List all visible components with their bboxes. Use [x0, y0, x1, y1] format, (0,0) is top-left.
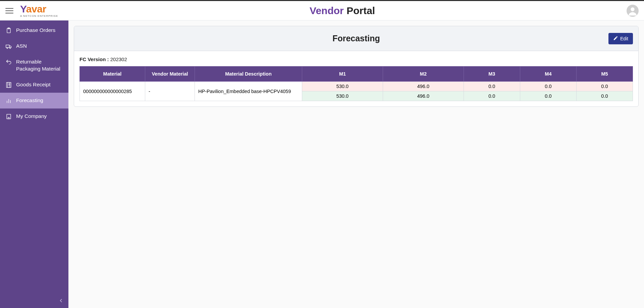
- column-header: M5: [576, 67, 633, 82]
- forecast-value-bot: 0.0: [577, 91, 633, 101]
- sidebar: Purchase OrdersASNReturnable Packaging M…: [0, 20, 68, 308]
- sidebar-item-label: Goods Receipt: [16, 81, 51, 88]
- sidebar-item-forecasting[interactable]: Forecasting: [0, 93, 68, 108]
- sidebar-item-returnable-packaging-material[interactable]: Returnable Packaging Material: [0, 54, 68, 77]
- cell-month: 530.0530.0: [302, 82, 383, 101]
- card-header: Forecasting Edit: [74, 26, 638, 51]
- fc-version-label: FC Version :: [79, 56, 109, 62]
- topbar: Yavar A NETCON ENTERPRISE Vendor Portal: [0, 1, 644, 20]
- column-header: M2: [383, 67, 464, 82]
- column-header: M4: [520, 67, 576, 82]
- svg-point-5: [7, 47, 8, 48]
- building-icon: [5, 113, 12, 120]
- cell-month: 0.00.0: [464, 82, 520, 101]
- app-title-1: Vendor: [310, 5, 344, 16]
- cell-month: 0.00.0: [576, 82, 633, 101]
- cell-month: 496.0496.0: [383, 82, 464, 101]
- cell-description: HP-Pavilion_Embedded base-HPCPV4059: [195, 82, 302, 101]
- column-header: M1: [302, 67, 383, 82]
- sidebar-item-purchase-orders[interactable]: Purchase Orders: [0, 23, 68, 38]
- forecast-table: MaterialVendor MaterialMaterial Descript…: [79, 66, 633, 101]
- svg-rect-19: [8, 117, 9, 119]
- forecast-value-top: 530.0: [302, 82, 383, 91]
- forecast-value-bot: 0.0: [520, 91, 576, 101]
- forecast-value-bot: 0.0: [464, 91, 520, 101]
- app-title: Vendor Portal: [310, 5, 375, 16]
- sidebar-collapse-icon[interactable]: [56, 296, 66, 305]
- cell-month: 0.00.0: [520, 82, 576, 101]
- clipboard-icon: [5, 27, 12, 34]
- hamburger-menu-icon[interactable]: [5, 7, 13, 15]
- main-content: Forecasting Edit FC Version : 202302 M: [68, 20, 644, 308]
- forecast-value-top: 0.0: [577, 82, 633, 91]
- edit-button[interactable]: Edit: [608, 33, 633, 44]
- fc-version: FC Version : 202302: [79, 56, 633, 62]
- column-header: Vendor Material: [145, 67, 195, 82]
- column-header: Material Description: [195, 67, 302, 82]
- svg-rect-14: [7, 114, 11, 119]
- sidebar-item-label: ASN: [16, 43, 27, 50]
- sidebar-item-label: Returnable Packaging Material: [16, 58, 63, 73]
- logo-part-2: avar: [26, 3, 46, 14]
- pencil-icon: [613, 36, 618, 42]
- edit-button-label: Edit: [620, 36, 628, 41]
- truck-icon: [5, 43, 12, 50]
- sidebar-item-asn[interactable]: ASN: [0, 38, 68, 54]
- app-title-2: Portal: [346, 5, 375, 16]
- forecast-value-top: 0.0: [464, 82, 520, 91]
- column-header: Material: [80, 67, 145, 82]
- sidebar-item-my-company[interactable]: My Company: [0, 108, 68, 124]
- sidebar-item-label: Purchase Orders: [16, 27, 55, 34]
- sidebar-item-label: My Company: [16, 113, 47, 120]
- forecast-value-top: 0.0: [520, 82, 576, 91]
- cell-material: 000000000000000285: [80, 82, 145, 101]
- fc-version-value: 202302: [110, 56, 127, 62]
- return-icon: [5, 59, 12, 65]
- sidebar-item-goods-receipt[interactable]: Goods Receipt: [0, 77, 68, 93]
- svg-rect-4: [6, 45, 9, 48]
- logo-subtitle: A NETCON ENTERPRISE: [20, 14, 58, 17]
- user-avatar-icon[interactable]: [627, 5, 639, 17]
- svg-point-6: [10, 47, 11, 48]
- column-header: M3: [464, 67, 520, 82]
- page-title: Forecasting: [79, 34, 633, 43]
- cell-vendor-material: -: [145, 82, 195, 101]
- forecast-value-top: 496.0: [383, 82, 464, 91]
- chart-icon: [5, 97, 12, 104]
- forecast-value-bot: 496.0: [383, 91, 464, 101]
- logo[interactable]: Yavar A NETCON ENTERPRISE: [20, 4, 58, 17]
- table-row: 000000000000000285-HP-Pavilion_Embedded …: [80, 82, 633, 101]
- forecast-value-bot: 530.0: [302, 91, 383, 101]
- svg-point-1: [631, 7, 634, 11]
- forecasting-card: Forecasting Edit FC Version : 202302 M: [74, 26, 639, 107]
- sidebar-item-label: Forecasting: [16, 97, 43, 104]
- logo-part-1: Y: [20, 3, 26, 14]
- receipt-icon: [5, 82, 12, 88]
